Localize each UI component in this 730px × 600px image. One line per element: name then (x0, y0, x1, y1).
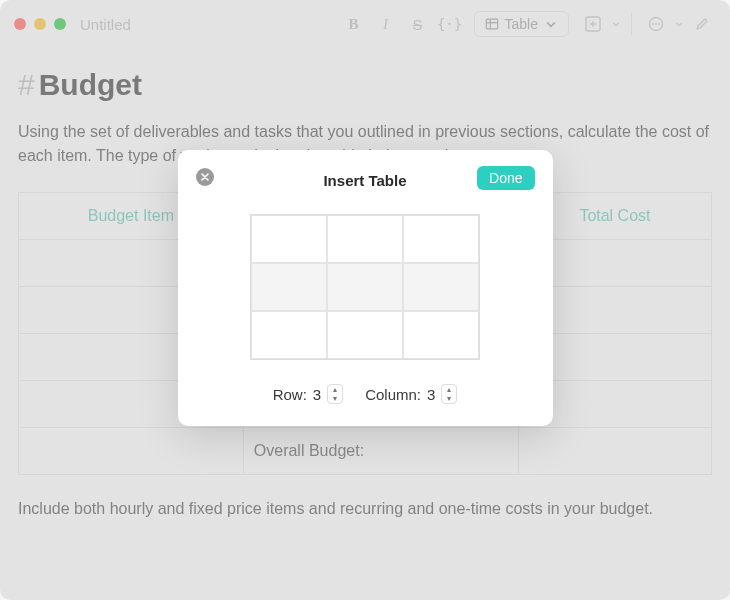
insert-table-modal: Insert Table Done Row: 3 ▴ (178, 150, 553, 426)
row-control: Row: 3 ▴ ▾ (273, 384, 344, 404)
chevron-down-icon: ▾ (333, 394, 337, 403)
close-icon (201, 173, 209, 181)
preview-cell[interactable] (403, 215, 479, 263)
table-size-preview[interactable] (250, 214, 480, 360)
preview-cell[interactable] (327, 215, 403, 263)
chevron-up-icon: ▴ (333, 385, 337, 394)
preview-cell[interactable] (327, 311, 403, 359)
column-label: Column: (365, 386, 421, 403)
chevron-up-icon: ▴ (447, 385, 451, 394)
size-controls: Row: 3 ▴ ▾ Column: 3 ▴ ▾ (196, 384, 535, 404)
close-button[interactable] (196, 168, 214, 186)
preview-cell[interactable] (403, 263, 479, 311)
chevron-down-icon: ▾ (447, 394, 451, 403)
modal-title: Insert Table (323, 172, 406, 189)
row-label: Row: (273, 386, 307, 403)
done-button[interactable]: Done (477, 166, 534, 190)
preview-cell[interactable] (403, 311, 479, 359)
modal-header: Insert Table Done (196, 166, 535, 194)
editor-window: Untitled B I S {·} Table (0, 0, 730, 600)
column-control: Column: 3 ▴ ▾ (365, 384, 457, 404)
preview-cell[interactable] (251, 263, 327, 311)
column-value: 3 (427, 386, 435, 403)
modal-overlay[interactable]: Insert Table Done Row: 3 ▴ (0, 0, 730, 600)
column-stepper[interactable]: ▴ ▾ (441, 384, 457, 404)
preview-cell[interactable] (251, 311, 327, 359)
row-value: 3 (313, 386, 321, 403)
row-stepper[interactable]: ▴ ▾ (327, 384, 343, 404)
preview-cell[interactable] (327, 263, 403, 311)
preview-cell[interactable] (251, 215, 327, 263)
